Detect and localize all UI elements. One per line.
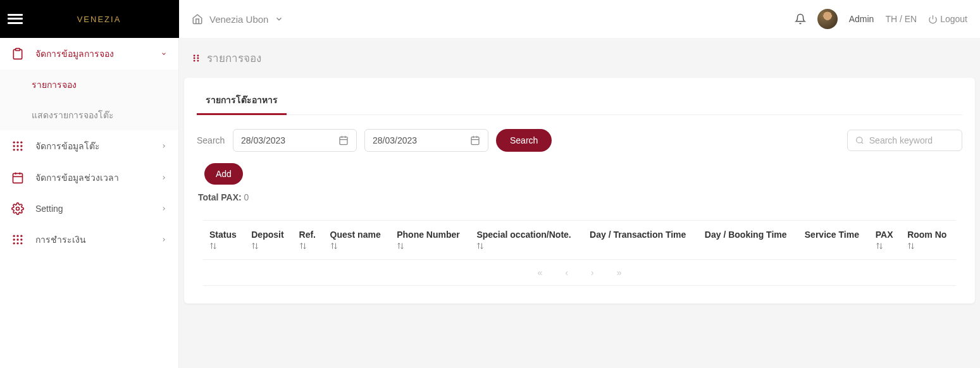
header-tools: Admin TH / EN Logout [795,9,967,29]
svg-point-28 [197,57,199,59]
language-toggle[interactable]: TH / EN [885,14,917,24]
total-pax-label: Total PAX: [198,192,242,202]
sort-icon [299,242,307,250]
table-header-cell[interactable]: PAX [869,221,901,260]
location-selector[interactable]: Venezia Ubon [192,13,283,25]
svg-point-39 [857,137,862,143]
keyword-input[interactable] [869,135,954,145]
brand-logo[interactable]: VENEZIA [32,2,166,37]
table-header-cell[interactable]: Deposit [245,221,292,260]
sidebar-item-setting[interactable]: Setting [0,193,178,224]
header-right: Venezia Ubon Admin TH / EN Logout [179,9,980,29]
chevron-right-icon [161,143,167,149]
sidebar-item-timeslots[interactable]: จัดการข้อมูลช่วงเวลา [0,162,178,193]
sort-icon [907,242,915,250]
logout-button[interactable]: Logout [928,14,967,24]
chevron-down-icon [275,15,283,23]
sidebar-item-payment[interactable]: การชำระเงิน [0,224,178,255]
svg-point-29 [194,59,195,61]
svg-point-22 [13,242,15,244]
brand-name: VENEZIA [77,15,121,24]
svg-point-9 [16,149,18,150]
svg-point-7 [20,145,22,147]
table-header-cell: Day / Transaction Time [583,221,698,260]
search-icon [855,135,864,145]
logout-label: Logout [940,14,967,24]
keyword-search[interactable] [847,130,962,151]
sidebar-sub-label: แสดงรายการจองโต๊ะ [32,110,114,120]
svg-point-16 [13,235,15,237]
gear-icon [11,202,24,215]
chevron-right-icon [161,175,167,181]
total-pax: Total PAX: 0 [198,192,962,202]
sidebar-item-label: จัดการข้อมูลช่วงเวลา [35,171,149,185]
date-from-input[interactable]: 28/03/2023 [233,129,357,152]
page-first-button[interactable]: « [538,267,543,278]
tabs: รายการโต๊ะอาหาร [197,87,962,115]
svg-point-27 [194,57,195,59]
svg-point-26 [197,54,199,56]
svg-point-15 [16,207,20,211]
sidebar-sub-show-table-bookings[interactable]: แสดงรายการจองโต๊ะ [0,100,178,130]
page-next-button[interactable]: › [591,267,594,278]
add-button[interactable]: Add [204,163,243,185]
svg-point-19 [13,238,15,240]
sidebar-item-label: จัดการข้อมูลการจอง [35,47,149,61]
sidebar-item-label: Setting [35,204,149,214]
calendar-icon [470,135,480,145]
table-header-cell[interactable]: Room No [901,221,956,260]
sidebar-sub-booking-list[interactable]: รายการจอง [0,70,178,100]
grid-icon [11,233,24,246]
sidebar-item-label: การชำระเงิน [35,233,149,247]
chevron-right-icon [161,236,167,243]
sidebar-item-label: จัดการข้อมูลโต๊ะ [35,139,149,153]
svg-point-30 [197,59,199,61]
svg-point-20 [16,238,18,240]
table-header-cell[interactable]: Quest name [324,221,391,260]
clipboard-icon [11,47,24,60]
table-header-cell[interactable]: Ref. [293,221,324,260]
svg-point-21 [20,238,22,240]
svg-point-23 [16,242,18,244]
svg-point-8 [13,149,15,150]
table-header-cell[interactable]: Phone Number [390,221,470,260]
calendar-icon [338,135,349,145]
sort-icon [476,242,484,250]
table-wrap: StatusDepositRef.Quest namePhone NumberS… [197,220,962,286]
sort-icon [209,242,217,250]
svg-rect-35 [471,137,479,145]
table-header-cell[interactable]: Special occation/Note. [470,221,583,260]
search-label: Search [197,135,225,145]
page-last-button[interactable]: » [617,267,622,278]
svg-line-40 [862,142,863,144]
logo-area: VENEZIA [0,0,179,38]
table-header-row: StatusDepositRef.Quest namePhone NumberS… [203,221,956,260]
svg-point-18 [20,235,22,237]
chevron-down-icon [161,51,167,57]
svg-point-17 [16,235,18,237]
avatar[interactable] [817,9,838,29]
main-content: รายการจอง รายการโต๊ะอาหาร Search 28/03/2… [179,38,980,368]
date-to-value: 28/03/2023 [373,135,417,145]
svg-point-4 [20,142,22,144]
page-title: รายการจอง [207,49,261,66]
table-header-cell[interactable]: Status [203,221,245,260]
bell-icon[interactable] [795,13,806,25]
sidebar-sub-label: รายการจอง [32,80,77,90]
search-button[interactable]: Search [496,129,552,152]
total-pax-value: 0 [244,192,249,202]
sort-icon [330,242,338,250]
menu-toggle-button[interactable] [8,13,23,25]
chevron-right-icon [161,205,167,212]
svg-point-6 [16,145,18,147]
page-prev-button[interactable]: ‹ [565,267,568,278]
sidebar-item-tables[interactable]: จัดการข้อมูลโต๊ะ [0,130,178,162]
tab-food-table-list[interactable]: รายการโต๊ะอาหาร [197,87,287,115]
sidebar-item-bookings[interactable]: จัดการข้อมูลการจอง [0,38,178,70]
sidebar: จัดการข้อมูลการจอง รายการจอง แสดงรายการจ… [0,38,179,368]
table-header-cell: Service Time [798,221,869,260]
search-row: Search 28/03/2023 28/03/2023 Search [197,129,962,152]
date-to-input[interactable]: 28/03/2023 [364,129,488,152]
svg-point-2 [13,142,15,144]
svg-rect-11 [13,173,23,183]
